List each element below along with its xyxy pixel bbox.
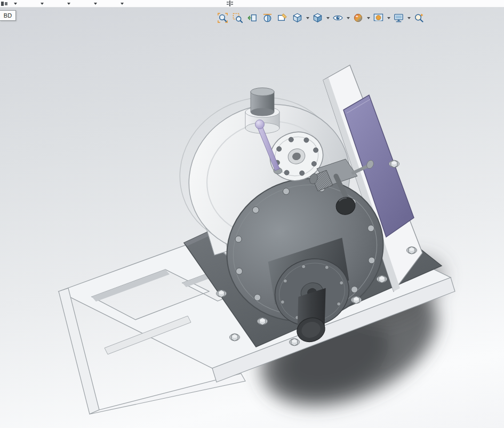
zoom-to-fit-button[interactable] bbox=[215, 11, 230, 25]
dropdown-arrow-icon[interactable] bbox=[305, 11, 310, 25]
drawing-annotation-button[interactable] bbox=[275, 11, 290, 25]
ic-section-view bbox=[262, 12, 273, 23]
toolbar-dropdown-arrow[interactable] bbox=[67, 3, 70, 5]
ic-display-style bbox=[312, 12, 323, 23]
view-tab-label: BD bbox=[4, 12, 12, 19]
top-toolbar bbox=[0, 0, 504, 7]
section-view-button[interactable] bbox=[260, 11, 275, 25]
dropdown-arrow-icon[interactable] bbox=[386, 11, 391, 25]
view-tab[interactable]: BD bbox=[0, 10, 16, 21]
toolbar-dropdown-arrow[interactable] bbox=[94, 3, 97, 5]
hide-show-items-button[interactable] bbox=[331, 11, 345, 25]
ic-view-orientation bbox=[292, 12, 303, 23]
cad-application-window: BD bbox=[0, 0, 504, 428]
ic-zoom-area bbox=[232, 12, 243, 23]
model-canvas[interactable] bbox=[0, 0, 504, 428]
display-style-button[interactable] bbox=[310, 11, 325, 25]
zoom-to-area-button[interactable] bbox=[230, 11, 245, 25]
ic-hide-show bbox=[332, 12, 343, 23]
view-settings-button[interactable] bbox=[391, 11, 406, 25]
ic-scene bbox=[373, 12, 384, 23]
ic-view-settings bbox=[393, 12, 404, 23]
app-icon bbox=[1, 1, 9, 6]
ic-drawing-view bbox=[277, 12, 288, 23]
edit-appearance-button[interactable] bbox=[351, 11, 365, 25]
apply-scene-button[interactable] bbox=[371, 11, 386, 25]
previous-view-button[interactable] bbox=[245, 11, 260, 25]
graphics-area[interactable] bbox=[0, 0, 504, 428]
dropdown-arrow-icon[interactable] bbox=[406, 11, 411, 25]
dropdown-arrow-icon[interactable] bbox=[366, 11, 371, 25]
toolbar-dropdown-arrow[interactable] bbox=[14, 3, 17, 5]
magnified-selection-button[interactable] bbox=[412, 11, 426, 25]
toolbar-dropdown-arrow[interactable] bbox=[41, 3, 44, 5]
heads-up-view-toolbar bbox=[215, 11, 426, 25]
toolbar-handle-icon[interactable] bbox=[226, 1, 234, 6]
ic-magnify bbox=[413, 12, 425, 23]
ic-previous-view bbox=[247, 12, 258, 23]
dropdown-arrow-icon[interactable] bbox=[325, 11, 330, 25]
ic-zoom-fit bbox=[217, 12, 228, 23]
ic-appearance bbox=[353, 12, 364, 23]
dropdown-arrow-icon[interactable] bbox=[346, 11, 350, 25]
view-orientation-button[interactable] bbox=[290, 11, 305, 25]
toolbar-dropdown-arrow[interactable] bbox=[121, 3, 124, 5]
